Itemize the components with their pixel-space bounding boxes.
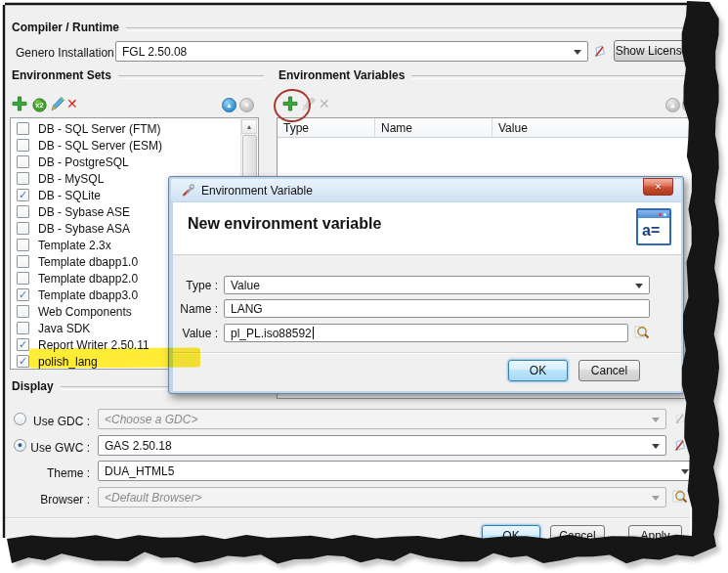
list-item-label: DB - SQL Server (ESM)	[38, 139, 162, 153]
checkbox-check: ✓	[19, 356, 27, 367]
list-item-label: Template dbapp2.0	[38, 272, 138, 286]
browse-value-icon[interactable]	[634, 325, 650, 340]
genero-installation-combo[interactable]: FGL 2.50.08	[115, 41, 588, 62]
list-item-label: Web Components	[38, 305, 132, 319]
list-item[interactable]: DB - SQL Server (FTM)	[13, 120, 239, 137]
checkbox[interactable]	[17, 239, 29, 251]
use-gdc-label: Use GDC :	[27, 415, 90, 428]
name-input[interactable]: LANG	[224, 299, 650, 318]
checkbox[interactable]	[17, 222, 29, 235]
list-item-label: DB - Sybase ASA	[38, 222, 130, 236]
apply-button[interactable]: Apply	[628, 525, 682, 547]
environment-variable-dialog: Environment Variable ✕ New environment v…	[168, 176, 684, 394]
edit-gdc-icon	[672, 411, 688, 426]
duplicate-set-icon[interactable]: x2	[31, 97, 47, 112]
add-set-icon[interactable]	[12, 96, 27, 111]
checkbox[interactable]	[17, 205, 29, 218]
genero-installation-value: FGL 2.50.08	[122, 45, 187, 59]
use-gdc-radio[interactable]	[14, 413, 26, 425]
checkbox-check: ✓	[19, 289, 27, 300]
edit-gwc-icon[interactable]	[672, 437, 688, 453]
checkbox[interactable]	[17, 122, 29, 135]
list-item-label: Template dbapp3.0	[38, 288, 138, 302]
name-value: LANG	[231, 302, 263, 316]
theme-value: DUA_HTML5	[105, 464, 174, 478]
screenshot-root: Compiler / Runtime Genero Installation :…	[0, 0, 728, 573]
list-item[interactable]: DB - PostgreSQL	[13, 154, 239, 170]
dialog-title: Environment Variable	[201, 184, 313, 198]
list-item-label: DB - MySQL	[38, 172, 104, 186]
dropdown-icon	[652, 496, 660, 501]
environment-sets-group-label: Environment Sets	[12, 68, 118, 82]
checkbox[interactable]: ✓	[17, 288, 29, 301]
checkbox[interactable]: ✓	[17, 355, 29, 368]
dropdown-icon	[652, 444, 660, 449]
dialog-heading: New environment variable	[188, 215, 381, 233]
list-item-label: DB - SQLite	[38, 189, 101, 202]
checkbox[interactable]	[17, 155, 29, 168]
variable-icon-text: a=	[642, 221, 660, 241]
move-set-down-icon: ▼	[239, 98, 254, 112]
browse-browser-icon[interactable]	[672, 489, 688, 505]
move-variable-up-icon: ▲	[665, 98, 680, 112]
checkbox-check: ✓	[19, 339, 27, 350]
checkbox[interactable]	[17, 255, 29, 268]
list-item-label: DB - SQL Server (FTM)	[38, 122, 161, 136]
value-input[interactable]: pl_PL.iso88592	[224, 324, 628, 342]
checkbox[interactable]	[17, 272, 29, 285]
list-item-label: Java SDK	[38, 322, 90, 335]
dialog-cancel-button[interactable]: Cancel	[578, 360, 640, 381]
edit-set-icon[interactable]	[50, 96, 65, 111]
checkbox[interactable]	[17, 139, 29, 152]
name-label: Name :	[177, 302, 218, 316]
display-group-label: Display	[12, 379, 61, 393]
checkbox[interactable]: ✓	[17, 338, 29, 351]
svg-text:x2: x2	[35, 101, 43, 110]
dialog-header: New environment variable	[173, 202, 681, 255]
checkbox[interactable]	[17, 322, 29, 334]
close-icon[interactable]: ✕	[643, 178, 673, 196]
annotation-highlight	[29, 347, 200, 368]
dropdown-icon	[635, 284, 643, 288]
checkbox[interactable]: ✓	[17, 189, 29, 201]
environment-variables-group-label: Environment Variables	[278, 68, 411, 82]
scroll-up-icon[interactable]: ▲	[241, 119, 257, 134]
genero-installation-label: Genero Installation :	[16, 46, 120, 60]
move-set-up-icon[interactable]: ▲	[222, 98, 236, 112]
footer-divider	[6, 517, 690, 519]
gdc-value: <Choose a GDC>	[105, 413, 197, 426]
browser-combo[interactable]: <Default Browser>	[98, 487, 666, 507]
checkbox-check: ✓	[19, 190, 27, 200]
edit-installation-icon[interactable]	[592, 43, 608, 59]
theme-label: Theme :	[27, 466, 90, 480]
gwc-combo[interactable]: GAS 2.50.18	[98, 435, 666, 456]
variable-icon: a=	[636, 208, 671, 245]
column-header-value: Value	[492, 118, 696, 138]
theme-combo[interactable]: DUA_HTML5	[98, 461, 696, 481]
dialog-divider	[173, 352, 681, 354]
delete-set-icon[interactable]: ✕	[66, 97, 78, 110]
dialog-titlebar[interactable]: Environment Variable	[171, 179, 681, 201]
list-item-label: DB - Sybase ASE	[38, 205, 130, 219]
list-item-label: Template dbapp1.0	[38, 255, 138, 269]
browser-value: <Default Browser>	[105, 491, 201, 505]
text-caret	[313, 327, 314, 339]
cancel-button[interactable]: Cancel	[550, 525, 605, 547]
column-header-name: Name	[375, 118, 492, 138]
checkbox[interactable]	[17, 305, 29, 318]
gdc-combo: <Choose a GDC>	[98, 409, 666, 429]
tool-icon	[180, 183, 195, 198]
list-item[interactable]: DB - SQL Server (ESM)	[13, 137, 239, 154]
show-license-button[interactable]: Show License	[614, 40, 690, 62]
value-label: Value :	[177, 327, 218, 340]
compiler-runtime-group-label: Compiler / Runtime	[12, 21, 126, 34]
ok-button[interactable]: OK	[482, 525, 540, 547]
dropdown-icon	[574, 50, 581, 55]
dropdown-icon	[652, 418, 660, 422]
use-gwc-radio[interactable]: ●	[14, 439, 26, 452]
type-value: Value	[231, 279, 260, 292]
type-combo[interactable]: Value	[224, 276, 650, 294]
dropdown-icon	[681, 469, 689, 474]
checkbox[interactable]	[17, 172, 29, 185]
dialog-ok-button[interactable]: OK	[508, 360, 568, 381]
